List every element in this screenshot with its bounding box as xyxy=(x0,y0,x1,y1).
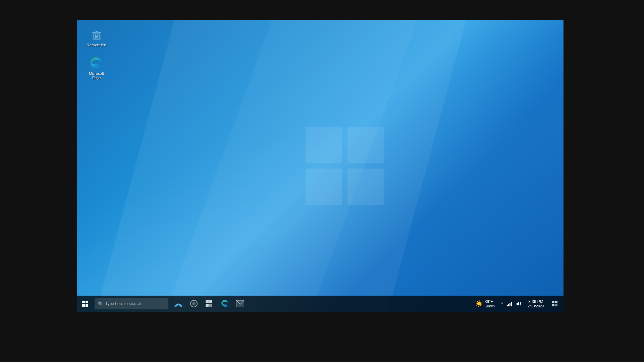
volume-icon[interactable] xyxy=(515,300,523,308)
weather-icon: ☀️ xyxy=(475,300,483,307)
svg-rect-25 xyxy=(511,302,512,306)
taskbar-search[interactable]: 🔍 Type here to search xyxy=(95,298,168,309)
taskbar: 🔍 Type here to search xyxy=(77,296,564,312)
clock-time: 3:36 PM xyxy=(528,299,543,304)
svg-rect-22 xyxy=(507,305,508,306)
desktop-icons-container: ♻ Recycle Bin xyxy=(84,27,109,82)
svg-point-16 xyxy=(192,302,196,305)
notification-center-button[interactable] xyxy=(549,296,561,312)
svg-marker-26 xyxy=(517,302,519,306)
svg-rect-14 xyxy=(86,304,88,307)
recycle-bin-label: Recycle Bin xyxy=(87,43,106,47)
search-icon: 🔍 xyxy=(98,301,103,306)
weather-condition: Sunny xyxy=(485,304,495,308)
network-icon[interactable] xyxy=(505,300,514,308)
taskbar-apps xyxy=(171,296,248,311)
svg-rect-19 xyxy=(206,304,209,307)
svg-rect-30 xyxy=(555,304,557,306)
svg-rect-1 xyxy=(347,127,384,163)
edge-icon xyxy=(90,57,103,70)
svg-rect-27 xyxy=(552,301,554,303)
taskbar-cortana[interactable] xyxy=(186,296,201,311)
weather-text: 36°F Sunny xyxy=(485,299,495,308)
weather-widget[interactable]: ☀️ 36°F Sunny xyxy=(472,298,498,309)
svg-rect-29 xyxy=(552,304,554,306)
desktop-icon-recycle-bin[interactable]: ♻ Recycle Bin xyxy=(84,27,109,49)
tray-icons xyxy=(505,300,523,308)
recycle-bin-icon: ♻ xyxy=(90,28,103,42)
desktop-icon-edge[interactable]: Microsoft Edge xyxy=(84,55,109,81)
show-hidden-icons[interactable]: ^ xyxy=(500,301,503,306)
svg-rect-9 xyxy=(95,31,98,32)
clock-area[interactable]: 3:36 PM 2/10/2023 xyxy=(525,298,547,309)
search-placeholder-text: Type here to search xyxy=(105,301,141,306)
svg-text:♻: ♻ xyxy=(95,35,97,38)
svg-rect-11 xyxy=(82,301,85,303)
svg-rect-18 xyxy=(209,300,212,303)
taskbar-task-view[interactable] xyxy=(202,296,217,311)
svg-rect-0 xyxy=(306,127,342,163)
svg-rect-13 xyxy=(82,304,85,307)
svg-rect-28 xyxy=(555,301,557,303)
taskbar-people-icon[interactable] xyxy=(171,296,186,311)
desktop-screen: ♻ Recycle Bin xyxy=(77,20,564,312)
taskbar-edge[interactable] xyxy=(217,296,232,311)
svg-rect-24 xyxy=(509,303,511,306)
edge-label: Microsoft Edge xyxy=(85,71,108,80)
svg-rect-2 xyxy=(306,169,342,205)
weather-temp: 36°F xyxy=(485,299,495,304)
clock-date: 2/10/2023 xyxy=(528,304,544,308)
start-button[interactable] xyxy=(77,296,93,312)
taskbar-mail[interactable] xyxy=(233,296,248,311)
monitor: ♻ Recycle Bin xyxy=(0,0,644,362)
svg-rect-12 xyxy=(86,301,88,303)
svg-rect-17 xyxy=(206,300,209,303)
svg-rect-23 xyxy=(508,304,509,306)
windows-logo-watermark xyxy=(301,122,388,209)
svg-rect-3 xyxy=(347,169,384,205)
svg-rect-20 xyxy=(209,304,212,307)
system-tray: ☀️ 36°F Sunny ^ xyxy=(472,296,564,312)
